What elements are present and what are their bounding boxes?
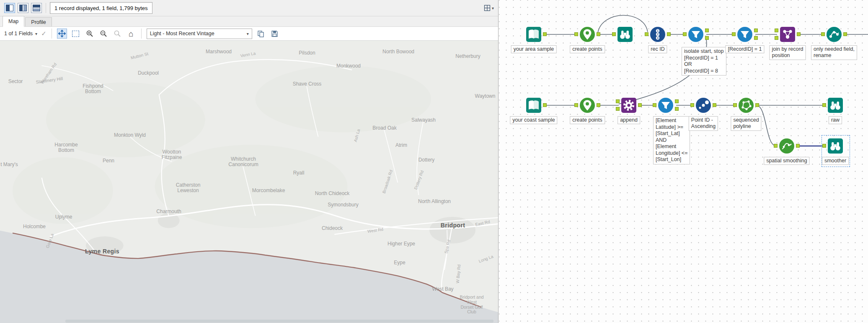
workflow-canvas[interactable]: your area sample create points — [499, 0, 868, 323]
input-anchor[interactable] — [574, 32, 578, 36]
tool-poly-build-sequenced-polyline[interactable]: sequenced polyline — [738, 97, 754, 114]
layout-split-vertical-button[interactable] — [18, 3, 28, 13]
pan-tool-button[interactable] — [57, 29, 67, 39]
alteryx-designer-window: 1 record displayed, 1 field, 1,799 bytes… — [0, 0, 868, 323]
zoom-in-button[interactable] — [85, 29, 95, 39]
tool-annotation: sequenced polyline — [731, 116, 761, 131]
map-toolbar: 1 of 1 Fields ▾ ✓ — [0, 27, 498, 41]
sort-icon — [695, 97, 712, 114]
layout-split-horizontal-button[interactable] — [31, 3, 42, 13]
tool-browse-1[interactable] — [617, 26, 633, 43]
true-output-anchor[interactable] — [754, 29, 758, 32]
map-viewport[interactable]: Marshwood Pilsdon North Bowood Netherbur… — [0, 41, 498, 323]
sea-polygon — [0, 231, 498, 323]
join-output-anchor[interactable] — [797, 32, 801, 36]
zoom-to-selection-button-disabled[interactable] — [112, 29, 122, 39]
tool-browse-smoother[interactable]: smoother — [827, 138, 844, 154]
false-output-anchor[interactable] — [754, 36, 758, 40]
tool-filter-isolate-start-stop[interactable]: isolate start, stop [RecordID] = 1 OR [R… — [687, 26, 704, 43]
output-anchor[interactable] — [755, 103, 759, 107]
tool-join-by-record-position[interactable]: join by record position — [779, 26, 796, 43]
zoom-out-button[interactable] — [98, 29, 108, 39]
tool-sort-point-id[interactable]: Point ID - Ascending — [695, 97, 712, 114]
source-input-anchor[interactable] — [616, 107, 620, 111]
input-anchor[interactable] — [822, 144, 826, 148]
svg-text:3: 3 — [657, 36, 659, 39]
input-anchor[interactable] — [821, 32, 825, 36]
open-in-new-window-button[interactable]: ▾ — [484, 5, 494, 11]
basemap-dropdown-label: Light - Most Recent Vintage — [150, 31, 214, 36]
input-anchor[interactable] — [574, 103, 578, 107]
zoom-home-button[interactable]: ⌂ — [126, 29, 136, 39]
input-anchor[interactable] — [822, 103, 826, 107]
layout-single-pane-button[interactable] — [4, 3, 15, 13]
tool-select-only-needed-field[interactable]: only needed field, rename — [826, 26, 842, 43]
map-canvas — [0, 41, 498, 323]
tool-annotation: isolate start, stop [RecordID] = 1 OR [R… — [682, 47, 726, 76]
tool-annotation: create points — [570, 45, 605, 53]
output-anchor[interactable] — [796, 144, 800, 148]
output-anchor[interactable] — [638, 103, 642, 107]
tool-smooth-spatial[interactable]: spatial smoothing — [778, 138, 795, 154]
zoom-in-icon — [86, 30, 93, 37]
toolbar-separator — [52, 29, 52, 39]
output-anchor[interactable] — [843, 32, 847, 36]
output-anchor[interactable] — [543, 103, 547, 107]
filter-icon — [687, 26, 704, 43]
tool-create-points-2[interactable]: create points — [579, 97, 596, 114]
false-output-anchor[interactable] — [675, 107, 679, 111]
tool-filter-recordid-1[interactable]: [RecordID] = 1 — [736, 26, 753, 43]
output-anchor[interactable] — [543, 32, 547, 36]
output-anchor[interactable] — [597, 32, 600, 36]
filter-icon — [657, 97, 674, 114]
tool-append-fields[interactable]: append — [620, 97, 637, 114]
copy-icon — [257, 30, 264, 37]
tab-profile[interactable]: Profile — [25, 17, 52, 26]
tool-annotation: rec ID — [648, 45, 667, 53]
tool-annotation: only needed field, rename — [811, 45, 857, 60]
tool-record-id[interactable]: 123 rec ID — [649, 26, 666, 43]
copy-map-button[interactable] — [256, 29, 266, 39]
input-data-icon — [525, 97, 542, 114]
chevron-down-icon: ▾ — [247, 31, 249, 36]
tool-input-your-area-sample[interactable]: your area sample — [525, 26, 542, 43]
input-anchor[interactable] — [683, 32, 687, 36]
output-anchor[interactable] — [667, 32, 671, 36]
input-anchor[interactable] — [774, 144, 778, 148]
fields-dropdown[interactable]: 1 of 1 Fields ▾ — [4, 31, 37, 36]
window-grid-icon — [484, 5, 491, 11]
input-anchor[interactable] — [653, 103, 656, 107]
tool-annotation: your area sample — [511, 45, 557, 53]
apply-check-icon[interactable]: ✓ — [41, 30, 46, 37]
false-output-anchor[interactable] — [705, 36, 709, 40]
browse-binoculars-icon — [827, 97, 844, 114]
save-map-button[interactable] — [270, 29, 280, 39]
target-input-anchor[interactable] — [616, 99, 620, 103]
right-input-anchor[interactable] — [775, 36, 778, 40]
single-pane-icon — [6, 5, 13, 11]
home-icon: ⌂ — [129, 30, 133, 38]
tool-browse-raw[interactable]: raw — [827, 97, 844, 114]
true-output-anchor[interactable] — [705, 29, 709, 32]
input-anchor[interactable] — [690, 103, 694, 107]
left-input-anchor[interactable] — [775, 29, 778, 32]
output-anchor[interactable] — [713, 103, 716, 107]
map-horizontal-scrollbar[interactable] — [65, 320, 493, 323]
tool-filter-element-vs-start[interactable]: [Element Latitude] >= [Start_Lat] AND [E… — [657, 97, 674, 114]
select-region-button[interactable] — [71, 29, 81, 39]
tool-create-points-1[interactable]: create points — [579, 26, 596, 43]
input-anchor[interactable] — [612, 32, 616, 36]
input-anchor[interactable] — [732, 32, 736, 36]
output-anchor[interactable] — [597, 103, 600, 107]
tab-map[interactable]: Map — [3, 16, 24, 27]
basemap-dropdown[interactable]: Light - Most Recent Vintage ▾ — [147, 29, 252, 39]
pan-move-icon — [58, 30, 66, 37]
browse-binoculars-icon — [617, 26, 633, 43]
tool-input-your-coast-sample[interactable]: your coast sample — [525, 97, 542, 114]
true-output-anchor[interactable] — [675, 99, 679, 103]
tool-annotation: [RecordID] = 1 — [726, 45, 765, 53]
input-anchor[interactable] — [645, 32, 648, 36]
input-anchor[interactable] — [733, 103, 737, 107]
results-tab-bar: Map Profile — [0, 16, 498, 27]
zoom-out-icon — [100, 30, 107, 37]
